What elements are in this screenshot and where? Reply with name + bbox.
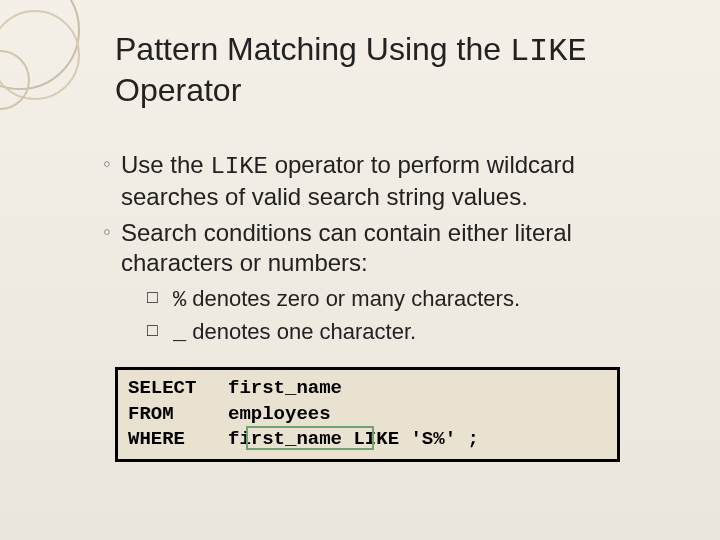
sql-rest: first_name LIKE 'S%' ; (228, 427, 479, 453)
bullet-list: Use the LIKE operator to perform wildcar… (103, 150, 665, 349)
bullet-text: Search conditions can contain either lit… (121, 219, 572, 276)
title-suffix: Operator (115, 72, 241, 108)
subbullet-item: _ denotes one character. (147, 317, 665, 349)
subbullet-text: denotes one character. (186, 319, 416, 344)
bullet-code: LIKE (210, 153, 268, 180)
sql-keyword: FROM (128, 402, 228, 428)
sql-keyword: SELECT (128, 376, 228, 402)
sql-line: SELECTfirst_name (128, 376, 607, 402)
title-code: LIKE (510, 33, 587, 70)
bullet-item: Use the LIKE operator to perform wildcar… (103, 150, 665, 212)
subbullet-item: % denotes zero or many characters. (147, 284, 665, 316)
sql-rest: first_name (228, 376, 342, 402)
title-prefix: Pattern Matching Using the (115, 31, 510, 67)
slide-content: Pattern Matching Using the LIKE Operator… (0, 0, 720, 492)
sql-rest: employees (228, 402, 331, 428)
sql-line: FROMemployees (128, 402, 607, 428)
subbullet-list: % denotes zero or many characters. _ den… (147, 284, 665, 349)
sql-line: WHEREfirst_name LIKE 'S%' ; (128, 427, 607, 453)
bullet-item: Search conditions can contain either lit… (103, 218, 665, 349)
subbullet-text: denotes zero or many characters. (186, 286, 520, 311)
sql-code-block: SELECTfirst_name FROMemployees WHEREfirs… (115, 367, 620, 462)
sql-keyword: WHERE (128, 427, 228, 453)
subbullet-code: _ (173, 321, 186, 346)
bullet-text-prefix: Use the (121, 151, 210, 178)
slide-title: Pattern Matching Using the LIKE Operator (115, 30, 665, 110)
subbullet-code: % (173, 288, 186, 313)
